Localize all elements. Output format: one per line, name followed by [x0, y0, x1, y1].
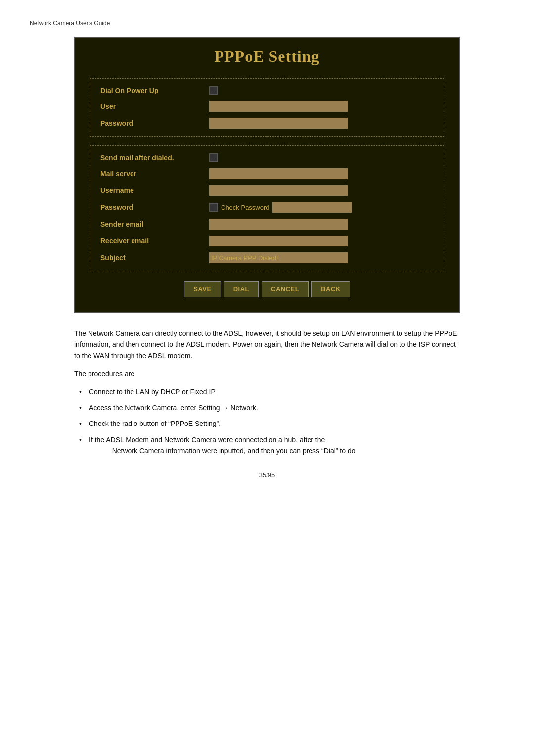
input-password-1[interactable] — [209, 118, 348, 129]
form-row-receiver-email: Receiver email — [100, 236, 434, 246]
form-row-dial-on-power-up: Dial On Power Up — [100, 86, 434, 95]
form-row-username: Username — [100, 185, 434, 196]
back-button[interactable]: BACK — [312, 281, 350, 297]
input-sender-email[interactable] — [209, 219, 348, 230]
body-text: The Network Camera can directly connect … — [74, 328, 460, 457]
procedures-title: The procedures are — [74, 368, 460, 379]
input-password-2[interactable] — [272, 202, 352, 213]
form-row-password-1: Password — [100, 118, 434, 129]
label-subject: Subject — [100, 254, 209, 262]
checkbox-send-mail[interactable] — [209, 153, 218, 162]
bullet-list: Connect to the LAN by DHCP or Fixed IP A… — [74, 386, 460, 457]
label-password-1: Password — [100, 119, 209, 127]
pppoe-panel: PPPoE Setting Dial On Power Up User Pass… — [74, 37, 460, 313]
input-user[interactable] — [209, 101, 348, 112]
list-item: Access the Network Camera, enter Setting… — [84, 402, 460, 413]
section1: Dial On Power Up User Password — [90, 78, 444, 137]
section2: Send mail after dialed. Mail server User… — [90, 145, 444, 271]
label-password-2: Password — [100, 203, 209, 211]
label-user: User — [100, 102, 209, 110]
panel-title: PPPoE Setting — [90, 47, 444, 66]
page-number: 35/95 — [30, 472, 504, 479]
cancel-button[interactable]: CANCEL — [262, 281, 309, 297]
input-mail-server[interactable] — [209, 168, 348, 179]
header-title: Network Camera User's Guide — [30, 20, 110, 27]
form-row-subject: Subject IP Camera PPP Dialed! — [100, 252, 434, 263]
label-send-mail: Send mail after dialed. — [100, 154, 209, 162]
label-receiver-email: Receiver email — [100, 237, 209, 245]
form-row-user: User — [100, 101, 434, 112]
page-header: Network Camera User's Guide — [30, 20, 504, 27]
form-row-mail-server: Mail server — [100, 168, 434, 179]
button-row: SAVE DIAL CANCEL BACK — [90, 281, 444, 297]
input-username[interactable] — [209, 185, 348, 196]
label-sender-email: Sender email — [100, 220, 209, 228]
checkbox-dial-on-power-up[interactable] — [209, 86, 218, 95]
subject-value: IP Camera PPP Dialed! — [209, 252, 348, 263]
label-mail-server: Mail server — [100, 170, 209, 178]
label-dial-on-power-up: Dial On Power Up — [100, 87, 209, 94]
input-receiver-email[interactable] — [209, 236, 348, 246]
check-password-container: Check Password — [209, 202, 352, 213]
list-item: Check the radio button of “PPPoE Setting… — [84, 418, 460, 429]
body-paragraph-1: The Network Camera can directly connect … — [74, 328, 460, 361]
label-username: Username — [100, 187, 209, 194]
form-row-sender-email: Sender email — [100, 219, 434, 230]
list-item: If the ADSL Modem and Network Camera wer… — [84, 434, 460, 457]
checkbox-check-password[interactable] — [209, 203, 218, 212]
form-row-password-2: Password Check Password — [100, 202, 434, 213]
list-item: Connect to the LAN by DHCP or Fixed IP — [84, 386, 460, 397]
dial-button[interactable]: DIAL — [224, 281, 259, 297]
check-password-label: Check Password — [221, 204, 269, 211]
form-row-send-mail: Send mail after dialed. — [100, 153, 434, 162]
save-button[interactable]: SAVE — [184, 281, 221, 297]
